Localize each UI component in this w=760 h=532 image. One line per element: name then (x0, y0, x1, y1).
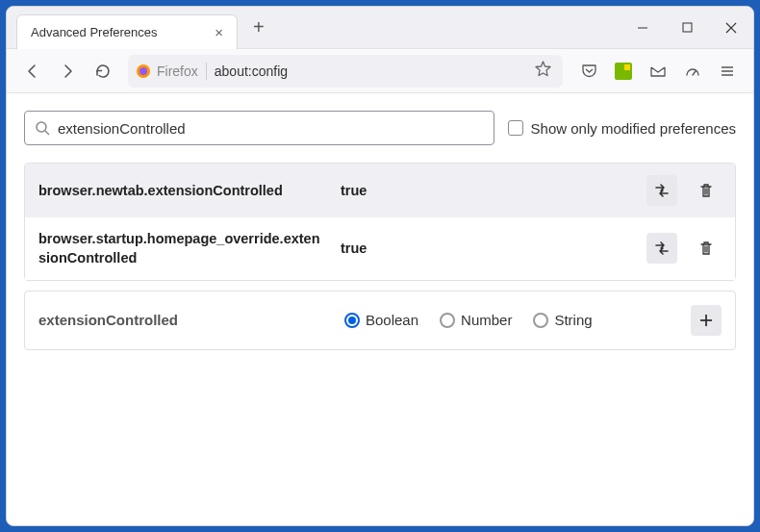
new-tab-button[interactable]: + (245, 13, 272, 42)
extension-icon[interactable] (607, 55, 640, 88)
browser-window: Advanced Preferences × + Firefox about:c… (6, 6, 754, 526)
browser-toolbar: Firefox about:config (7, 49, 753, 93)
checkbox-icon (508, 120, 523, 136)
radio-boolean[interactable]: Boolean (344, 312, 418, 328)
url-separator (206, 63, 207, 80)
radio-label: Boolean (366, 312, 418, 328)
radio-string[interactable]: String (533, 312, 592, 328)
pref-value[interactable]: true (341, 241, 633, 256)
page-content: Show only modified preferences browser.n… (7, 93, 753, 525)
url-text: Firefox about:config (157, 63, 525, 80)
url-bar[interactable]: Firefox about:config (128, 55, 563, 88)
reload-button[interactable] (86, 55, 118, 88)
search-box[interactable] (24, 111, 494, 145)
pocket-icon[interactable] (572, 55, 605, 88)
svg-line-10 (45, 131, 49, 135)
svg-rect-1 (683, 23, 692, 32)
dashboard-icon[interactable] (676, 55, 709, 88)
svg-point-9 (37, 122, 46, 132)
inbox-icon[interactable] (642, 55, 674, 88)
new-pref-row: extensionControlled Boolean Number Strin… (24, 291, 736, 350)
new-pref-name: extensionControlled (38, 312, 327, 328)
close-tab-icon[interactable]: × (211, 22, 227, 42)
pref-name[interactable]: browser.newtab.extensionControlled (38, 181, 327, 200)
svg-point-5 (139, 67, 147, 75)
window-controls (621, 7, 753, 49)
radio-icon (533, 313, 548, 328)
add-button[interactable] (691, 305, 722, 336)
radio-label: Number (461, 312, 512, 328)
pref-row: browser.newtab.extensionControlled true (25, 164, 735, 217)
toggle-button[interactable] (646, 233, 677, 264)
show-modified-toggle[interactable]: Show only modified preferences (508, 120, 736, 137)
maximize-button[interactable] (665, 7, 709, 49)
pref-row: browser.startup.homepage_override.extens… (25, 217, 735, 280)
back-button[interactable] (16, 55, 49, 88)
radio-icon (440, 313, 455, 328)
forward-button[interactable] (51, 55, 84, 88)
pref-name[interactable]: browser.startup.homepage_override.extens… (38, 229, 327, 268)
radio-number[interactable]: Number (440, 312, 512, 328)
search-input[interactable] (58, 120, 484, 137)
search-row: Show only modified preferences (24, 111, 736, 145)
menu-icon[interactable] (711, 55, 744, 88)
type-radio-group: Boolean Number String (344, 312, 673, 328)
url-prefix: Firefox (157, 63, 198, 79)
tab-title: Advanced Preferences (31, 25, 158, 39)
url-path: about:config (215, 63, 288, 79)
close-window-button[interactable] (709, 7, 753, 49)
pref-value[interactable]: true (341, 183, 633, 198)
search-icon (35, 120, 50, 136)
radio-icon (344, 313, 360, 328)
minimize-button[interactable] (621, 7, 665, 49)
delete-button[interactable] (691, 233, 722, 264)
firefox-icon (136, 63, 151, 79)
titlebar: Advanced Preferences × + (7, 7, 753, 49)
bookmark-star-icon[interactable] (531, 57, 555, 85)
show-modified-label: Show only modified preferences (531, 120, 736, 137)
radio-label: String (554, 312, 592, 328)
delete-button[interactable] (691, 175, 722, 206)
browser-tab[interactable]: Advanced Preferences × (16, 14, 238, 49)
prefs-table: browser.newtab.extensionControlled true … (24, 163, 736, 281)
toggle-button[interactable] (646, 175, 677, 206)
